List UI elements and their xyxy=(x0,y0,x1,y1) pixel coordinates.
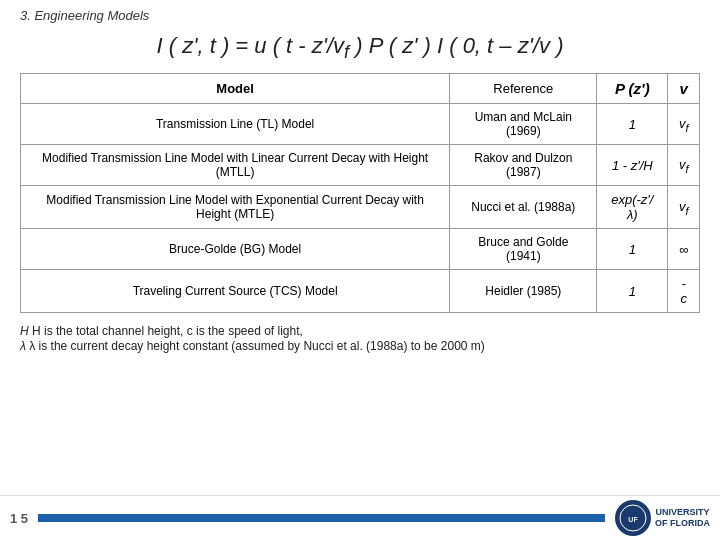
header-reference: Reference xyxy=(450,74,597,104)
footnote-line2: λ λ is the current decay height constant… xyxy=(20,339,700,353)
table-row: Traveling Current Source (TCS) Model Hei… xyxy=(21,270,700,313)
footnote-line1: H H is the total channel height, c is th… xyxy=(20,324,700,338)
pz-mtle: exp(-z'/λ) xyxy=(597,186,668,229)
page-title: 3. Engineering Models xyxy=(0,0,720,27)
v-tl: vf xyxy=(668,104,700,145)
pz-tcs: 1 xyxy=(597,270,668,313)
bottom-bar: 1 5 UF UNIVERSITYOF FLORIDA xyxy=(0,495,720,540)
ref-mtle: Nucci et al. (1988a) xyxy=(450,186,597,229)
page-number: 1 5 xyxy=(10,511,28,526)
logo-area: UF UNIVERSITYOF FLORIDA xyxy=(615,500,710,536)
blue-bar xyxy=(38,514,605,522)
main-table-container: Model Reference P (z') v Transmission Li… xyxy=(0,73,720,313)
model-tl: Transmission Line (TL) Model xyxy=(21,104,450,145)
ref-tl: Uman and McLain (1969) xyxy=(450,104,597,145)
table-row: Transmission Line (TL) Model Uman and Mc… xyxy=(21,104,700,145)
model-bg: Bruce-Golde (BG) Model xyxy=(21,229,450,270)
footnote-area: H H is the total channel height, c is th… xyxy=(0,313,720,358)
logo-text: UNIVERSITYOF FLORIDA xyxy=(655,507,710,529)
table-row: Modified Transmission Line Model with Ex… xyxy=(21,186,700,229)
v-tcs: -c xyxy=(668,270,700,313)
v-mtll: vf xyxy=(668,145,700,186)
formula-area: I ( z', t ) = u ( t - z'/vf ) P ( z' ) I… xyxy=(0,27,720,73)
logo-icon: UF xyxy=(618,503,648,533)
pz-tl: 1 xyxy=(597,104,668,145)
logo-circle: UF xyxy=(615,500,651,536)
header-v: v xyxy=(668,74,700,104)
table-row: Modified Transmission Line Model with Li… xyxy=(21,145,700,186)
table-row: Bruce-Golde (BG) Model Bruce and Golde (… xyxy=(21,229,700,270)
ref-tcs: Heidler (1985) xyxy=(450,270,597,313)
ref-mtll: Rakov and Dulzon (1987) xyxy=(450,145,597,186)
v-mtle: vf xyxy=(668,186,700,229)
model-mtle: Modified Transmission Line Model with Ex… xyxy=(21,186,450,229)
ref-bg: Bruce and Golde (1941) xyxy=(450,229,597,270)
svg-text:UF: UF xyxy=(628,516,638,523)
v-bg: ∞ xyxy=(668,229,700,270)
header-pz: P (z') xyxy=(597,74,668,104)
pz-mtll: 1 - z'/H xyxy=(597,145,668,186)
models-table: Model Reference P (z') v Transmission Li… xyxy=(20,73,700,313)
header-model: Model xyxy=(21,74,450,104)
model-mtll: Modified Transmission Line Model with Li… xyxy=(21,145,450,186)
model-tcs: Traveling Current Source (TCS) Model xyxy=(21,270,450,313)
pz-bg: 1 xyxy=(597,229,668,270)
